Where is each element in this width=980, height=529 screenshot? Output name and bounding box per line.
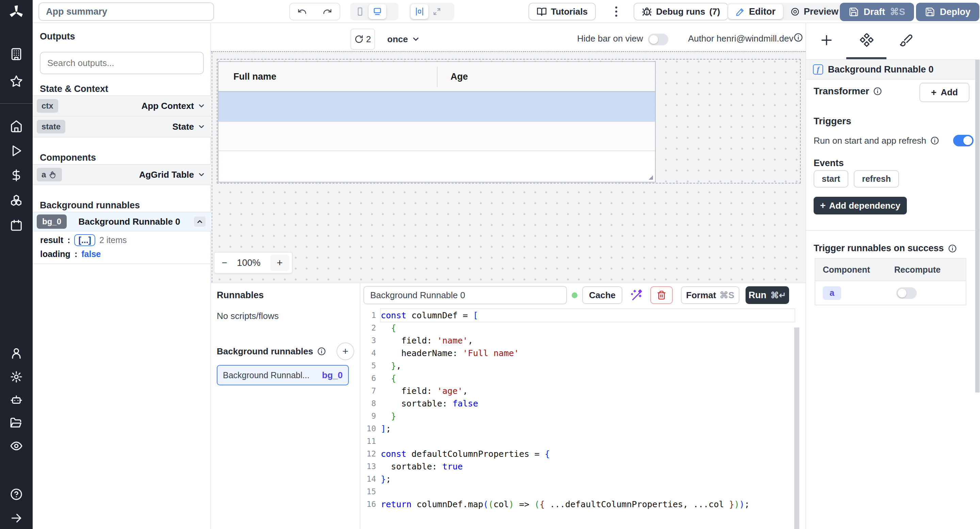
code-area[interactable]: 12345678910111213141516 const columnDef … [360,307,806,529]
add-dependency-button[interactable]: + Add dependency [814,197,907,215]
recompute-toggle[interactable] [896,287,917,299]
code-line[interactable]: field: 'age', [381,385,795,397]
deploy-button[interactable]: Deploy [916,3,979,21]
output-row-state[interactable]: state State [33,116,211,137]
info-icon[interactable] [873,87,882,96]
mobile-icon [356,7,364,16]
code-line[interactable] [381,435,795,448]
debug-runs-button[interactable]: Debug runs (7) [633,3,728,21]
add-runnable-button[interactable]: + [337,343,354,360]
delete-runnable-button[interactable] [650,286,673,304]
editor-tab[interactable]: Editor [728,4,783,19]
favorites-star-icon[interactable] [10,75,23,88]
chevron-down-icon [411,35,420,43]
runs-play-icon[interactable] [10,144,23,157]
right-panel-scrollbar[interactable] [975,60,980,392]
windmill-logo-icon[interactable] [8,4,24,21]
runnable-list-item-selected[interactable]: Background Runnabl... bg_0 [217,365,349,386]
code-line[interactable]: { [381,322,795,334]
add-transformer-button[interactable]: + Add [920,83,969,102]
styling-brush-tab[interactable] [899,33,913,47]
run-button[interactable]: Run ⌘↵ [746,286,789,304]
code-line[interactable]: return columnDef.map((col) => ({ ...defa… [381,498,795,511]
code-line[interactable]: const defaultColumnProperties = { [381,448,795,460]
refresh-mode-dropdown[interactable]: once [384,29,424,50]
desktop-view-button[interactable] [369,4,386,19]
refresh-count-button[interactable]: 2 [350,29,375,50]
search-outputs-input[interactable] [40,52,204,74]
collapse-bg0-button[interactable] [194,217,205,227]
code-line[interactable]: field: 'name', [381,334,795,347]
outputs-title: Outputs [40,31,75,42]
draft-button[interactable]: Draft ⌘S [840,3,914,21]
aggrid-table-component[interactable]: Full name Age [218,61,656,182]
output-row-ctx[interactable]: ctx App Context [33,95,211,116]
output-row-bg0[interactable]: bg_0 Background Runnable 0 [33,212,211,231]
output-row-component-a[interactable]: a AgGrid Table [33,164,211,185]
redo-button[interactable] [315,3,340,20]
info-icon[interactable] [930,136,939,145]
ai-wand-icon[interactable] [630,289,643,301]
code-line[interactable]: const columnDef = [ [381,309,795,322]
mobile-view-button[interactable] [352,4,369,19]
app-canvas[interactable]: Full name Age − 100% + [211,51,805,282]
users-person-icon[interactable] [10,347,23,360]
fullscreen-button[interactable] [428,4,445,19]
hide-bar-toggle[interactable] [648,34,668,45]
undo-button[interactable] [290,3,314,20]
workspace-icon[interactable] [10,48,23,61]
run-on-start-toggle[interactable] [953,135,974,147]
tutorials-button[interactable]: Tutorials [528,3,596,21]
code-line[interactable]: } [381,410,795,422]
info-icon[interactable] [317,347,326,356]
line-number: 13 [360,460,376,473]
result-array-chip[interactable]: [...] [74,234,95,246]
table-row: a [815,281,966,305]
expand-sidebar-arrow-icon[interactable] [10,511,23,524]
center-content-button[interactable] [411,4,428,19]
help-icon[interactable] [10,488,23,501]
column-header-full-name[interactable]: Full name [218,72,437,82]
code-line[interactable]: }; [381,473,795,486]
runnable-name-input[interactable] [363,286,567,304]
code-line[interactable]: headerName: 'Full name' [381,347,795,360]
code-line[interactable]: ]; [381,422,795,435]
home-icon[interactable] [10,120,23,133]
component-settings-tab[interactable] [860,33,873,47]
resize-handle[interactable] [649,175,653,180]
colon: : [67,235,70,245]
resources-cubes-icon[interactable] [10,194,23,207]
more-menu-button[interactable] [611,3,621,21]
code-line[interactable]: sortable: true [381,460,795,473]
audit-eye-icon[interactable] [10,440,23,453]
save-icon [849,7,859,17]
info-icon[interactable] [794,33,803,42]
selected-component-bounds[interactable]: Full name Age [217,59,801,183]
zoom-in-button[interactable]: + [270,255,289,271]
code-line[interactable]: sortable: false [381,397,795,410]
events-title: Events [814,158,844,169]
code-line[interactable]: }, [381,360,795,372]
app-summary-input[interactable] [38,2,214,21]
preview-tab[interactable]: Preview [783,4,846,19]
cache-button[interactable]: Cache [582,286,622,304]
column-divider[interactable] [437,67,438,87]
folders-icon[interactable] [10,417,23,430]
table-row[interactable] [218,122,655,151]
draft-label: Draft [864,7,885,18]
editor-scrollbar[interactable] [794,327,799,529]
zoom-out-button[interactable]: − [222,258,227,268]
workers-robot-icon[interactable] [10,394,23,406]
column-header-age[interactable]: Age [437,72,468,82]
settings-gear-icon[interactable] [10,370,23,383]
variables-dollar-icon[interactable] [10,169,23,182]
code-lines[interactable]: const columnDef = [ { field: 'name', hea… [381,309,795,511]
format-button[interactable]: Format ⌘S [681,286,740,304]
component-a-badge[interactable]: a [823,286,841,300]
code-line[interactable] [381,486,795,498]
code-line[interactable]: { [381,372,795,385]
table-row-selected[interactable] [218,92,655,122]
add-component-tab[interactable] [820,33,833,47]
schedules-calendar-icon[interactable] [10,219,23,232]
info-icon[interactable] [948,244,957,253]
